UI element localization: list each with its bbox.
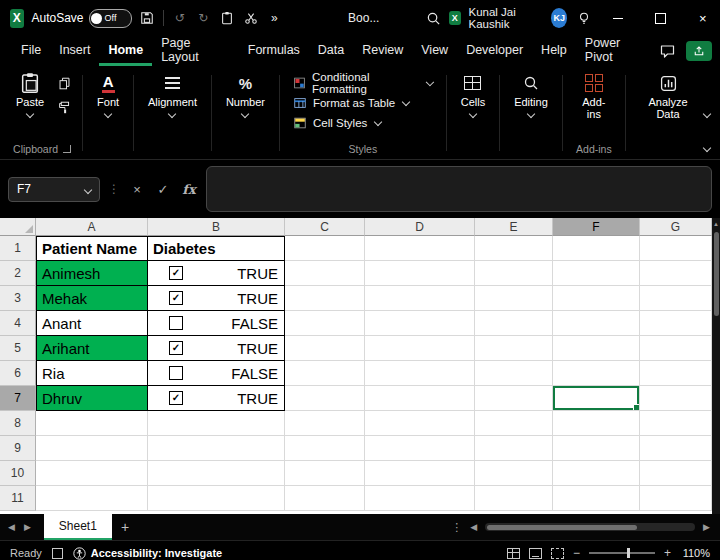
share-button[interactable] xyxy=(686,41,712,61)
cell-E9[interactable] xyxy=(475,436,553,461)
zoom-slider[interactable] xyxy=(589,552,655,554)
checkbox-checked[interactable]: ✓ xyxy=(169,341,183,355)
alignment-button[interactable]: Alignment xyxy=(143,69,202,117)
cell-D9[interactable] xyxy=(365,436,475,461)
cell-C3[interactable] xyxy=(285,286,365,311)
cell-D1[interactable] xyxy=(365,236,475,261)
cell-A11[interactable] xyxy=(36,486,148,511)
cell-F5[interactable] xyxy=(553,336,640,361)
page-layout-view-icon[interactable] xyxy=(529,548,542,559)
accessibility-status[interactable]: Accessibility: Investigate xyxy=(73,547,222,560)
cell-G11[interactable] xyxy=(640,486,712,511)
confirm-entry-button[interactable]: ✓ xyxy=(154,182,172,197)
row-header-10[interactable]: 10 xyxy=(0,461,36,486)
hscroll-right-icon[interactable]: ▶ xyxy=(703,522,710,532)
tab-view[interactable]: View xyxy=(412,36,457,66)
cell-C4[interactable] xyxy=(285,311,365,336)
minimize-button[interactable] xyxy=(601,0,635,36)
font-button[interactable]: A Font xyxy=(92,69,124,117)
copy-button[interactable] xyxy=(55,75,73,91)
row-header-3[interactable]: 3 xyxy=(0,286,36,311)
checkbox-checked[interactable]: ✓ xyxy=(169,266,183,280)
row-header-9[interactable]: 9 xyxy=(0,436,36,461)
scroll-up-icon[interactable]: ▲ xyxy=(713,221,719,227)
dialog-launcher-icon[interactable] xyxy=(63,145,71,153)
column-header-b[interactable]: B xyxy=(148,218,285,236)
cell-B4[interactable]: FALSE xyxy=(148,311,285,336)
cell-A8[interactable] xyxy=(36,411,148,436)
vertical-scrollbar[interactable]: ▲ xyxy=(712,218,720,514)
sheet-tab-sheet1[interactable]: Sheet1 xyxy=(44,514,112,540)
cell-A7[interactable]: Dhruv xyxy=(36,386,148,411)
cell-D5[interactable] xyxy=(365,336,475,361)
cell-G5[interactable] xyxy=(640,336,712,361)
sheet-nav-left-icon[interactable]: ◀ xyxy=(8,522,15,532)
format-as-table-button[interactable]: Format as Table xyxy=(293,94,433,111)
select-all-corner[interactable] xyxy=(0,218,36,236)
cell-A9[interactable] xyxy=(36,436,148,461)
formula-input[interactable] xyxy=(206,166,712,212)
cell-F7-selected[interactable] xyxy=(553,386,640,411)
cell-F2[interactable] xyxy=(553,261,640,286)
editing-button[interactable]: Editing xyxy=(509,69,553,117)
vertical-scroll-thumb[interactable] xyxy=(714,232,719,316)
zoom-out-icon[interactable]: − xyxy=(573,546,580,560)
zoom-slider-handle[interactable] xyxy=(627,548,630,558)
tab-insert[interactable]: Insert xyxy=(50,36,99,66)
cell-B8[interactable] xyxy=(148,411,285,436)
tab-help[interactable]: Help xyxy=(532,36,576,66)
redo-button[interactable]: ↻ xyxy=(196,5,212,31)
cell-D10[interactable] xyxy=(365,461,475,486)
cell-G7[interactable] xyxy=(640,386,712,411)
cell-E1[interactable] xyxy=(475,236,553,261)
cell-F11[interactable] xyxy=(553,486,640,511)
cell-styles-button[interactable]: Cell Styles xyxy=(293,114,433,131)
column-header-a[interactable]: A xyxy=(36,218,148,236)
addins-button[interactable]: Add-ins xyxy=(572,69,616,120)
cell-G6[interactable] xyxy=(640,361,712,386)
tab-formulas[interactable]: Formulas xyxy=(239,36,309,66)
cell-E6[interactable] xyxy=(475,361,553,386)
tab-power-pivot[interactable]: Power Pivot xyxy=(576,36,659,66)
sheet-nav-right-icon[interactable]: ▶ xyxy=(24,522,31,532)
cell-B2[interactable]: ✓ TRUE xyxy=(148,261,285,286)
column-header-g[interactable]: G xyxy=(640,218,712,236)
more-commands-button[interactable]: » xyxy=(266,5,282,31)
cell-D3[interactable] xyxy=(365,286,475,311)
macro-record-icon[interactable] xyxy=(52,548,63,559)
tab-data[interactable]: Data xyxy=(309,36,353,66)
cell-E10[interactable] xyxy=(475,461,553,486)
cell-F9[interactable] xyxy=(553,436,640,461)
cell-A5[interactable]: Arihant xyxy=(36,336,148,361)
cell-D7[interactable] xyxy=(365,386,475,411)
cell-A2[interactable]: Animesh xyxy=(36,261,148,286)
save-button[interactable] xyxy=(140,5,156,31)
row-header-4[interactable]: 4 xyxy=(0,311,36,336)
formula-bar-splitter[interactable]: ⋮ xyxy=(108,182,120,196)
tab-page-layout[interactable]: Page Layout xyxy=(152,36,239,66)
maximize-button[interactable] xyxy=(644,0,678,36)
horizontal-scroll-thumb[interactable] xyxy=(487,525,637,530)
checkbox-unchecked[interactable] xyxy=(169,316,183,330)
row-header-7[interactable]: 7 xyxy=(0,386,36,411)
row-header-11[interactable]: 11 xyxy=(0,486,36,511)
cell-E8[interactable] xyxy=(475,411,553,436)
tab-file[interactable]: File xyxy=(12,36,50,66)
new-sheet-button[interactable]: + xyxy=(121,519,129,535)
cell-E11[interactable] xyxy=(475,486,553,511)
cell-F6[interactable] xyxy=(553,361,640,386)
cell-E5[interactable] xyxy=(475,336,553,361)
cells-button[interactable]: Cells xyxy=(456,69,490,117)
cell-C6[interactable] xyxy=(285,361,365,386)
undo-button[interactable]: ↺ xyxy=(172,5,188,31)
zoom-in-icon[interactable]: + xyxy=(664,546,671,560)
tab-developer[interactable]: Developer xyxy=(457,36,532,66)
cell-C7[interactable] xyxy=(285,386,365,411)
cell-B6[interactable]: FALSE xyxy=(148,361,285,386)
cell-F3[interactable] xyxy=(553,286,640,311)
normal-view-icon[interactable] xyxy=(507,548,520,559)
cell-C11[interactable] xyxy=(285,486,365,511)
cell-B3[interactable]: ✓ TRUE xyxy=(148,286,285,311)
close-button[interactable]: × xyxy=(686,0,720,36)
row-header-1[interactable]: 1 xyxy=(0,236,36,261)
